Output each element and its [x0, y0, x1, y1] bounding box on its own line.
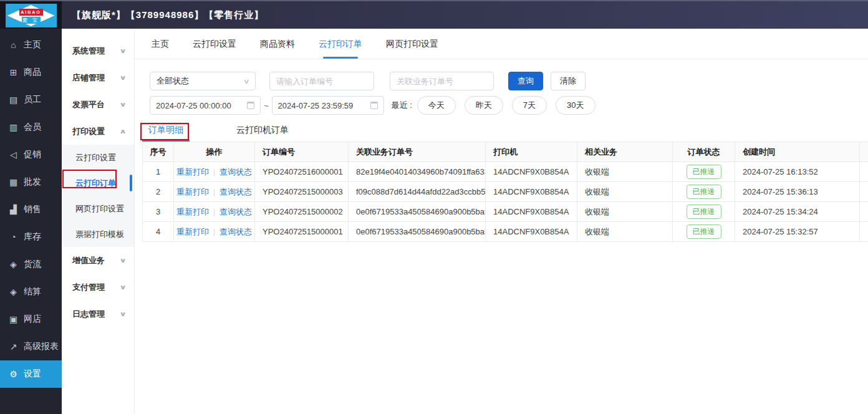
nav-item-online-store[interactable]: ▣ 网店 — [0, 306, 62, 333]
tab-label: 网页打印设置 — [386, 39, 438, 49]
col-header-index: 序号 — [143, 142, 174, 162]
tab-home[interactable]: 主页 — [140, 29, 181, 59]
nav-item-member[interactable]: ▥ 会员 — [0, 113, 62, 141]
tab-web-print-settings[interactable]: 网页打印设置 — [374, 29, 450, 59]
sidebar-group-print[interactable]: 打印设置 ∧ — [62, 118, 134, 145]
nav-item-reports[interactable]: ↗ 高级报表 — [0, 333, 62, 360]
logistics-icon: ◈ — [8, 259, 19, 269]
nav-item-settings[interactable]: ⚙ 设置 — [0, 360, 62, 388]
cell-empty — [860, 162, 868, 182]
sidebar-group-value-added[interactable]: 增值业务 ∨ — [62, 247, 134, 274]
tab-cloud-print-orders[interactable]: 云打印订单 — [307, 29, 374, 59]
status-badge: 已推送 — [687, 185, 721, 199]
col-header-status: 订单状态 — [673, 142, 735, 162]
promotion-icon: ◁ — [8, 150, 19, 160]
cell-status: 已推送 — [673, 202, 735, 222]
home-icon: ⌂ — [8, 40, 19, 50]
sidebar-item-cloud-print-settings[interactable]: 云打印设置 — [62, 145, 134, 170]
reprint-link[interactable]: 重新打印 — [176, 167, 209, 176]
logo-cell: AIBAO 爱 宝 — [0, 1, 62, 30]
active-subtab-underline — [142, 140, 190, 142]
query-status-link[interactable]: 查询状态 — [219, 227, 252, 236]
reprint-link[interactable]: 重新打印 — [176, 227, 209, 236]
biz-order-no-input[interactable] — [390, 72, 494, 90]
sidebar-group-system[interactable]: 系统管理 ∨ — [62, 37, 134, 64]
table-row: 2 重新打印|查询状态 YPO24072515000003 f09c088d7d… — [143, 182, 868, 202]
nav-item-goods[interactable]: ⊞ 商品 — [0, 59, 62, 86]
sidebar-item-receipt-template[interactable]: 票据打印模板 — [62, 221, 134, 247]
settlement-icon: ◈ — [8, 287, 19, 297]
nav-item-inventory[interactable]: ◔ 库存 — [0, 223, 62, 251]
tab-cloud-print-settings[interactable]: 云打印设置 — [181, 29, 248, 59]
nav-label: 货流 — [24, 259, 41, 270]
cell-business: 收银端 — [577, 162, 673, 182]
query-status-link[interactable]: 查询状态 — [219, 207, 252, 216]
action-separator: | — [209, 228, 219, 236]
nav-item-home[interactable]: ⌂ 主页 — [0, 31, 62, 59]
nav-item-staff[interactable]: ▤ 员工 — [0, 86, 62, 113]
quick-range-30days-button[interactable]: 30天 — [556, 96, 595, 115]
subtab-cloud-printer-orders[interactable]: 云打印机订单 — [230, 125, 295, 142]
nav-item-promotion[interactable]: ◁ 促销 — [0, 141, 62, 168]
main-content: 主页 云打印设置 商品资料 云打印订单 网页打印设置 全部状态 ∨ 查询 — [135, 29, 868, 414]
date-to-input[interactable]: 2024-07-25 23:59:59 — [272, 96, 384, 115]
cell-empty — [860, 222, 868, 242]
cell-printer: 14ADCNF9X0B854A — [486, 182, 577, 202]
quick-range-today-button[interactable]: 今天 — [417, 96, 456, 115]
cell-index: 3 — [143, 202, 174, 222]
status-select[interactable]: 全部状态 ∨ — [150, 72, 256, 90]
sidebar-item-cloud-print-orders[interactable]: 云打印订单 — [62, 170, 134, 196]
sidebar-group-payment[interactable]: 支付管理 ∨ — [62, 274, 134, 301]
cell-actions: 重新打印|查询状态 — [174, 162, 255, 182]
quick-range-7days-button[interactable]: 7天 — [512, 96, 547, 115]
reports-icon: ↗ — [8, 342, 19, 352]
query-button[interactable]: 查询 — [508, 72, 543, 90]
reprint-link[interactable]: 重新打印 — [176, 187, 209, 196]
date-from-input[interactable]: 2024-07-25 00:00:00 — [150, 96, 261, 115]
status-badge: 已推送 — [687, 165, 721, 179]
order-no-input[interactable] — [269, 72, 374, 90]
clear-button[interactable]: 清除 — [551, 72, 586, 90]
subtab-order-detail[interactable]: 订单明细 — [142, 125, 190, 142]
cell-index: 1 — [143, 162, 174, 182]
tab-label: 云打印订单 — [319, 39, 362, 49]
query-status-link[interactable]: 查询状态 — [219, 167, 252, 176]
cell-biz-no: 0e0f6719533a450584690a900b5ba572 — [349, 202, 486, 222]
nav-item-settlement[interactable]: ◈ 结算 — [0, 278, 62, 306]
sales-icon: ▟ — [8, 205, 19, 214]
sidebar-group-store[interactable]: 店铺管理 ∨ — [62, 64, 134, 91]
col-header-biz-no: 关联业务订单号 — [349, 142, 486, 162]
inventory-icon: ◔ — [8, 232, 19, 242]
cell-created: 2024-07-25 16:13:52 — [735, 162, 860, 182]
nav-label: 批发 — [24, 176, 41, 188]
cell-actions: 重新打印|查询状态 — [174, 182, 255, 202]
table-row: 4 重新打印|查询状态 YPO24072515000001 0e0f671953… — [143, 222, 868, 242]
sidebar-group-logs[interactable]: 日志管理 ∨ — [62, 301, 134, 327]
subtab-label: 云打印机订单 — [236, 125, 289, 135]
chevron-down-icon: ∨ — [119, 310, 126, 317]
filter-panel: 全部状态 ∨ 查询 清除 2024-07-25 00:00:00 ~ 2024-… — [135, 59, 868, 115]
reprint-link[interactable]: 重新打印 — [176, 207, 209, 216]
nav-item-sales[interactable]: ▟ 销售 — [0, 196, 62, 223]
nav-label: 主页 — [24, 39, 41, 51]
cell-order-no: YPO24072515000001 — [255, 222, 349, 242]
tab-goods-info[interactable]: 商品资料 — [248, 29, 307, 59]
table-row: 1 重新打印|查询状态 YPO24072516000001 82e19f4e04… — [143, 162, 868, 182]
group-label: 支付管理 — [72, 282, 105, 293]
sidebar-group-invoice[interactable]: 发票平台 ∨ — [62, 91, 134, 118]
top-bar: AIBAO 爱 宝 【旗舰版*】【3789948986】【零售行业】 — [0, 0, 868, 29]
sidebar-item-web-print-settings[interactable]: 网页打印设置 — [62, 196, 134, 221]
cell-status: 已推送 — [673, 162, 735, 182]
cell-business: 收银端 — [577, 182, 673, 202]
cell-biz-no: f09c088d7d614d44afdd22ad3ccbb579 — [349, 182, 486, 202]
cell-empty — [860, 202, 868, 222]
nav-item-logistics[interactable]: ◈ 货流 — [0, 251, 62, 278]
aibao-logo[interactable]: AIBAO 爱 宝 — [6, 4, 57, 27]
quick-range-yesterday-button[interactable]: 昨天 — [465, 96, 503, 115]
cell-biz-no: 82e19f4e04014034960b74091ffa6331 — [349, 162, 486, 182]
nav-item-wholesale[interactable]: ▦ 批发 — [0, 168, 62, 196]
cell-biz-no: 0e0f6719533a450584690a900b5ba572 — [349, 222, 486, 242]
subtab-label: 订单明细 — [148, 125, 183, 135]
status-badge: 已推送 — [687, 205, 721, 219]
query-status-link[interactable]: 查询状态 — [219, 187, 252, 196]
